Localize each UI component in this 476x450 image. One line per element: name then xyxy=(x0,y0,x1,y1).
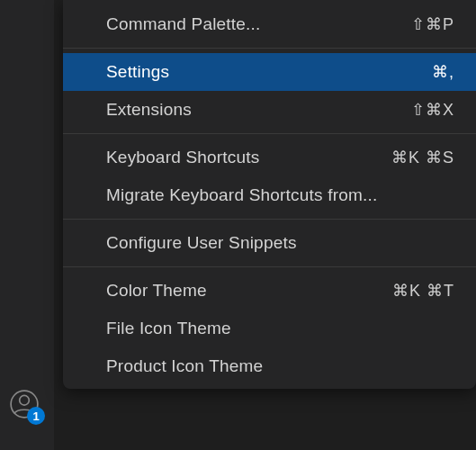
menu-item-command-palette[interactable]: Command Palette... ⇧⌘P xyxy=(63,5,476,43)
menu-item-shortcut: ⌘K ⌘T xyxy=(392,281,454,301)
menu-separator xyxy=(63,133,476,134)
menu-item-label: Settings xyxy=(106,62,169,82)
menu-item-file-icon-theme[interactable]: File Icon Theme xyxy=(63,310,476,347)
menu-item-user-snippets[interactable]: Configure User Snippets xyxy=(63,224,476,262)
menu-item-label: Extensions xyxy=(106,100,192,120)
menu-item-shortcut: ⌘, xyxy=(432,62,454,82)
menu-separator xyxy=(63,266,476,267)
menu-item-shortcut: ⇧⌘P xyxy=(411,14,454,34)
menu-item-shortcut: ⇧⌘X xyxy=(411,100,454,120)
menu-separator xyxy=(63,48,476,49)
menu-item-label: Product Icon Theme xyxy=(106,356,263,376)
menu-item-shortcut: ⌘K ⌘S xyxy=(391,148,454,167)
menu-item-color-theme[interactable]: Color Theme ⌘K ⌘T xyxy=(63,272,476,310)
activity-bar: 1 xyxy=(0,0,54,450)
menu-item-keyboard-shortcuts[interactable]: Keyboard Shortcuts ⌘K ⌘S xyxy=(63,139,476,176)
menu-item-migrate-shortcuts[interactable]: Migrate Keyboard Shortcuts from... xyxy=(63,176,476,214)
svg-point-1 xyxy=(20,395,30,405)
accounts-badge-count: 1 xyxy=(32,410,39,423)
menu-item-extensions[interactable]: Extensions ⇧⌘X xyxy=(63,91,476,129)
menu-item-label: File Icon Theme xyxy=(106,319,231,338)
menu-item-label: Command Palette... xyxy=(106,14,261,34)
menu-item-label: Configure User Snippets xyxy=(106,233,297,253)
menu-item-label: Keyboard Shortcuts xyxy=(106,148,259,167)
menu-item-product-icon-theme[interactable]: Product Icon Theme xyxy=(63,347,476,385)
menu-item-label: Migrate Keyboard Shortcuts from... xyxy=(106,185,377,205)
accounts-badge[interactable]: 1 xyxy=(27,407,45,425)
menu-item-label: Color Theme xyxy=(106,281,207,301)
menu-separator xyxy=(63,219,476,220)
manage-context-menu: Command Palette... ⇧⌘P Settings ⌘, Exten… xyxy=(63,0,476,389)
menu-item-settings[interactable]: Settings ⌘, xyxy=(63,53,476,91)
